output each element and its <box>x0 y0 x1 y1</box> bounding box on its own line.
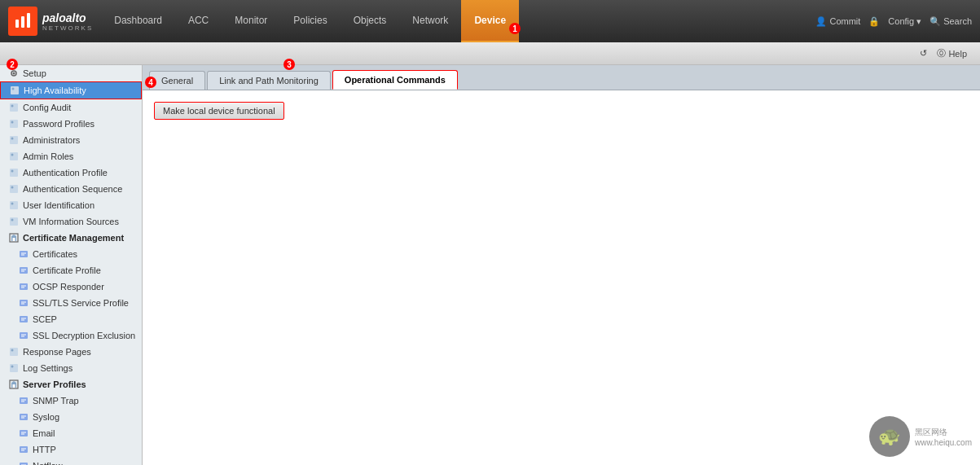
sidebar-label-admin-roles: Admin Roles <box>23 151 73 161</box>
nav-tab-monitor[interactable]: Monitor <box>222 0 280 42</box>
tab-operational-commands[interactable]: Operational Commands <box>332 70 458 90</box>
refresh-button[interactable]: ↺ <box>915 46 932 60</box>
sidebar-item-server-profiles[interactable]: Server Profiles <box>0 376 142 393</box>
sidebar-item-authentication-sequence[interactable]: Authentication Sequence <box>0 181 142 197</box>
sidebar-item-setup[interactable]: Setup <box>0 65 142 81</box>
sidebar-item-high-availability[interactable]: High Availability <box>0 81 142 99</box>
sidebar-label-server-profiles: Server Profiles <box>23 379 86 389</box>
svg-point-44 <box>11 349 14 352</box>
sidebar-item-scep[interactable]: SCEP <box>0 311 142 327</box>
sidebar-icon-server-profiles <box>8 379 20 390</box>
tab-bar: GeneralLink and Path MonitoringOperation… <box>143 65 980 90</box>
svg-rect-31 <box>20 283 28 290</box>
top-header: paloalto NETWORKS DashboardACCMonitorPol… <box>0 0 980 42</box>
svg-rect-11 <box>10 136 18 144</box>
help-icon: ⓪ <box>937 47 946 59</box>
sidebar-icon-snmp-trap <box>18 395 29 406</box>
sidebar-label-certificate-management: Certificate Management <box>23 233 124 243</box>
svg-point-10 <box>11 121 14 124</box>
sidebar-item-administrators[interactable]: Administrators <box>0 132 142 148</box>
sidebar-item-admin-roles[interactable]: Admin Roles <box>0 148 142 165</box>
sidebar-item-certificate-profile[interactable]: Certificate Profile <box>0 262 142 279</box>
sidebar-item-ssl-decryption-exclusion[interactable]: SSL Decryption Exclusion <box>0 327 142 344</box>
sidebar-item-certificate-management[interactable]: Certificate Management <box>0 230 142 246</box>
main-layout: SetupHigh AvailabilityConfig AuditPasswo… <box>0 65 980 465</box>
svg-rect-7 <box>10 103 18 112</box>
nav-tab-policies[interactable]: Policies <box>280 0 340 42</box>
sidebar-item-snmp-trap[interactable]: SNMP Trap <box>0 393 142 409</box>
sidebar-item-config-audit[interactable]: Config Audit <box>0 99 142 116</box>
sidebar-item-response-pages[interactable]: Response Pages <box>0 344 142 360</box>
marker-3: 3 <box>283 59 295 70</box>
search-icon: 🔍 <box>929 16 941 27</box>
sidebar-label-password-profiles: Password Profiles <box>23 119 94 129</box>
marker-2: 2 <box>7 59 18 70</box>
search-button[interactable]: 🔍 Search <box>929 16 972 27</box>
tab-general[interactable]: General <box>149 71 205 90</box>
sidebar-icon-response-pages <box>8 346 20 358</box>
svg-rect-37 <box>20 316 28 322</box>
sidebar-label-http: HTTP <box>33 445 56 454</box>
nav-tab-device[interactable]: Device <box>461 0 519 42</box>
svg-point-20 <box>11 203 14 205</box>
commit-icon: 👤 <box>815 16 827 27</box>
config-button[interactable]: Config ▾ <box>888 16 921 27</box>
commit-button[interactable]: 👤 Commit <box>815 16 860 27</box>
tab-link-path-monitoring[interactable]: Link and Path Monitoring <box>207 71 331 90</box>
sidebar-icon-user-identification <box>8 200 20 211</box>
sidebar-label-ssl-decryption-exclusion: SSL Decryption Exclusion <box>33 331 135 340</box>
sidebar-item-certificates[interactable]: Certificates <box>0 246 142 262</box>
make-local-device-functional-button[interactable]: Make local device functional <box>154 102 284 120</box>
nav-tab-objects[interactable]: Objects <box>341 0 400 42</box>
sidebar-icon-http <box>18 444 29 455</box>
nav-tab-dashboard[interactable]: Dashboard <box>101 0 175 42</box>
svg-rect-17 <box>10 185 18 193</box>
marker-1: 1 <box>509 23 521 34</box>
sidebar-label-certificates: Certificates <box>33 249 77 259</box>
sidebar-item-http[interactable]: HTTP <box>0 441 142 458</box>
help-button[interactable]: ⓪ Help <box>932 46 972 61</box>
sidebar-icon-password-profiles <box>8 118 20 129</box>
svg-point-6 <box>12 88 15 90</box>
sidebar-label-high-availability: High Availability <box>24 86 86 95</box>
sidebar-label-email: Email <box>33 428 55 438</box>
svg-rect-34 <box>20 300 28 306</box>
sidebar-icon-vm-information-sources <box>8 216 20 227</box>
sidebar: SetupHigh AvailabilityConfig AuditPasswo… <box>0 65 143 465</box>
sidebar-label-response-pages: Response Pages <box>23 347 91 357</box>
sidebar-item-password-profiles[interactable]: Password Profiles <box>0 116 142 132</box>
top-right-actions: 👤 Commit 🔒 Config ▾ 🔍 Search <box>815 16 972 27</box>
sidebar-item-email[interactable]: Email <box>0 425 142 441</box>
svg-point-46 <box>11 366 14 368</box>
watermark-brand: 黑区网络 <box>915 427 972 438</box>
svg-rect-58 <box>20 446 28 453</box>
sidebar-label-authentication-sequence: Authentication Sequence <box>23 184 122 194</box>
sidebar-item-syslog[interactable]: Syslog <box>0 409 142 425</box>
logo-sub: NETWORKS <box>42 24 93 32</box>
sidebar-item-user-identification[interactable]: User Identification <box>0 197 142 213</box>
nav-tab-network[interactable]: Network <box>399 0 461 42</box>
watermark: 🐢 黑区网络 www.heiqu.com <box>869 416 972 457</box>
sidebar-label-syslog: Syslog <box>33 412 59 422</box>
svg-point-12 <box>11 138 14 140</box>
sidebar-icon-ssl-tls-service-profile <box>18 297 29 309</box>
sidebar-icon-administrators <box>8 134 20 146</box>
sidebar-item-vm-information-sources[interactable]: VM Information Sources <box>0 213 142 230</box>
svg-rect-0 <box>15 20 19 28</box>
sidebar-icon-scep <box>18 314 29 325</box>
sidebar-item-log-settings[interactable]: Log Settings <box>0 360 142 376</box>
svg-rect-52 <box>20 414 28 420</box>
svg-rect-55 <box>20 430 28 436</box>
sidebar-item-netflow[interactable]: Netflow <box>0 458 142 465</box>
sidebar-item-authentication-profile[interactable]: Authentication Profile <box>0 165 142 181</box>
logo-brand: paloalto <box>42 11 93 24</box>
sidebar-item-ssl-tls-service-profile[interactable]: SSL/TLS Service Profile <box>0 295 142 311</box>
nav-tab-acc[interactable]: ACC <box>175 0 222 42</box>
svg-rect-15 <box>10 169 18 177</box>
watermark-url: www.heiqu.com <box>915 438 972 447</box>
sidebar-item-ocsp-responder[interactable]: OCSP Responder <box>0 279 142 295</box>
svg-rect-24 <box>13 238 15 241</box>
sidebar-icon-config-audit <box>8 102 20 113</box>
sidebar-icon-ssl-decryption-exclusion <box>18 330 29 341</box>
sidebar-label-log-settings: Log Settings <box>23 363 73 373</box>
